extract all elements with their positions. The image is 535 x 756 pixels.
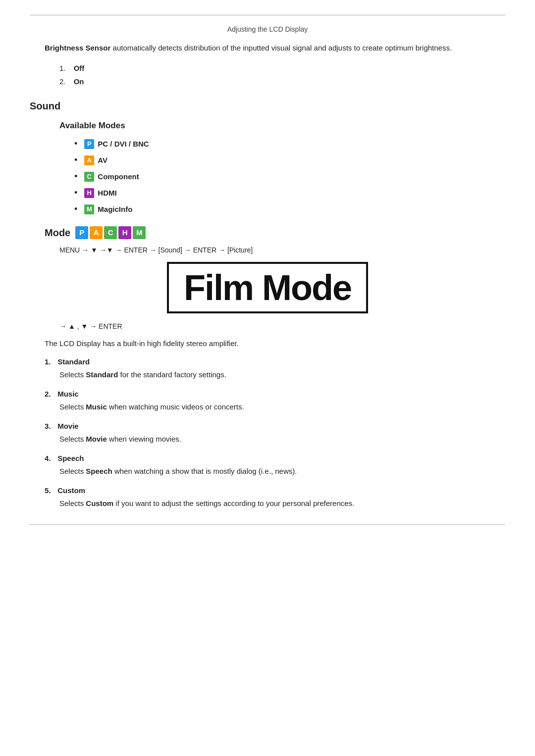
- top-rule: [30, 15, 505, 15]
- desc-suffix: for the standard factory settings.: [118, 370, 226, 379]
- page-header: Adjusting the LCD Display: [0, 25, 535, 33]
- brightness-options-list: 1. Off 2. On: [59, 64, 490, 86]
- film-mode-image-container: Film Mode: [45, 262, 490, 313]
- mode-label: AV: [98, 156, 107, 164]
- option-desc: Selects Standard for the standard factor…: [59, 369, 490, 381]
- desc-bold: Custom: [86, 499, 113, 507]
- mode-badge-m: M: [133, 226, 146, 239]
- modes-list: P PC / DVI / BNC A AV C Component H HDMI: [74, 139, 490, 214]
- badge-c: C: [84, 172, 94, 182]
- mode-label: HDMI: [98, 189, 116, 197]
- option-name: Speech: [57, 454, 84, 462]
- option-title: 1. Standard: [45, 357, 490, 366]
- mode-badges-row: P A C H M: [75, 226, 146, 239]
- list-item: P PC / DVI / BNC: [74, 139, 490, 149]
- mode-badge-c: C: [104, 226, 117, 239]
- option-desc: Selects Music when watching music videos…: [59, 401, 490, 413]
- list-item: 2. Music Selects Music when watching mus…: [45, 390, 490, 413]
- off-label: Off: [74, 64, 85, 72]
- content-area: Brightness Sensor automatically detects …: [0, 42, 535, 509]
- desc-bold: Standard: [86, 370, 118, 379]
- option-title: 5. Custom: [45, 486, 490, 495]
- list-item: H HDMI: [74, 188, 490, 198]
- film-mode-text: Film Mode: [184, 268, 351, 307]
- badge-m: M: [84, 204, 94, 214]
- item-num: 1.: [45, 357, 55, 366]
- desc-prefix: Selects: [59, 467, 86, 475]
- list-item: 1. Off: [59, 64, 490, 72]
- sound-options-list: 1. Standard Selects Standard for the sta…: [45, 357, 490, 509]
- film-mode-box: Film Mode: [167, 262, 368, 313]
- lcd-desc: The LCD Display has a built-in high fide…: [45, 339, 490, 348]
- desc-suffix: when watching music videos or concerts.: [107, 403, 244, 411]
- available-modes-block: Available Modes P PC / DVI / BNC A AV C …: [45, 121, 490, 214]
- brightness-sensor-desc: Brightness Sensor automatically detects …: [45, 42, 490, 54]
- brightness-sensor-term: Brightness Sensor: [45, 44, 110, 52]
- option-desc: Selects Custom if you want to adjust the…: [59, 498, 490, 509]
- list-item: C Component: [74, 171, 490, 182]
- badge-h: H: [84, 188, 94, 198]
- item-num: 5.: [45, 486, 55, 495]
- option-name: Music: [57, 390, 79, 398]
- badge-a: A: [84, 155, 94, 165]
- item-num: 2.: [59, 77, 66, 86]
- desc-prefix: Selects: [59, 499, 86, 507]
- desc-prefix: Selects: [59, 435, 86, 443]
- desc-bold: Movie: [86, 435, 107, 443]
- list-item: M MagicInfo: [74, 204, 490, 214]
- desc-prefix: Selects: [59, 370, 86, 379]
- desc-suffix: if you want to adjust the settings accor…: [113, 499, 354, 507]
- page-title: Adjusting the LCD Display: [227, 25, 308, 33]
- mode-badge-a: A: [90, 226, 103, 239]
- list-item: 1. Standard Selects Standard for the sta…: [45, 357, 490, 381]
- desc-bold: Music: [86, 403, 107, 411]
- mode-label: PC / DVI / BNC: [98, 140, 149, 148]
- mode-text: Mode: [45, 227, 70, 239]
- page-wrapper: Adjusting the LCD Display Brightness Sen…: [0, 0, 535, 756]
- option-title: 4. Speech: [45, 454, 490, 462]
- menu-nav-text: MENU → ▼ →▼ → ENTER → [Sound] → ENTER → …: [59, 246, 253, 254]
- option-title: 2. Music: [45, 390, 490, 398]
- nav-instruction-text: → ▲ , ▼ → ENTER: [59, 322, 122, 330]
- list-item: 5. Custom Selects Custom if you want to …: [45, 486, 490, 509]
- badge-p: P: [84, 139, 94, 149]
- list-item: 2. On: [59, 77, 490, 86]
- menu-nav: MENU → ▼ →▼ → ENTER → [Sound] → ENTER → …: [59, 246, 490, 254]
- mode-label: MagicInfo: [98, 205, 132, 213]
- desc-prefix: Selects: [59, 403, 86, 411]
- option-name: Standard: [57, 357, 90, 366]
- desc-suffix: when viewing movies.: [107, 435, 181, 443]
- item-num: 4.: [45, 454, 55, 462]
- option-name: Custom: [57, 486, 85, 495]
- list-item: 4. Speech Selects Speech when watching a…: [45, 454, 490, 477]
- mode-line: Mode P A C H M: [45, 226, 490, 239]
- brightness-sensor-description: automatically detects distribution of th…: [110, 44, 452, 52]
- option-title: 3. Movie: [45, 422, 490, 430]
- nav-instruction: → ▲ , ▼ → ENTER: [59, 322, 490, 330]
- list-item: 3. Movie Selects Movie when viewing movi…: [45, 422, 490, 445]
- item-num: 3.: [45, 422, 55, 430]
- option-desc: Selects Speech when watching a show that…: [59, 465, 490, 477]
- desc-suffix: when watching a show that is mostly dial…: [112, 467, 297, 475]
- item-num: 1.: [59, 64, 66, 72]
- list-item: A AV: [74, 155, 490, 165]
- item-num: 2.: [45, 390, 55, 398]
- available-modes-heading: Available Modes: [59, 121, 490, 131]
- mode-label: Component: [98, 172, 139, 181]
- on-label: On: [74, 77, 84, 86]
- option-desc: Selects Movie when viewing movies.: [59, 433, 490, 445]
- option-name: Movie: [57, 422, 79, 430]
- sound-heading: Sound: [30, 101, 490, 112]
- sound-section: Sound Available Modes P PC / DVI / BNC A…: [45, 101, 490, 509]
- desc-bold: Speech: [86, 467, 112, 475]
- bottom-rule: [30, 524, 505, 525]
- mode-badge-p: P: [75, 226, 88, 239]
- mode-badge-h: H: [118, 226, 131, 239]
